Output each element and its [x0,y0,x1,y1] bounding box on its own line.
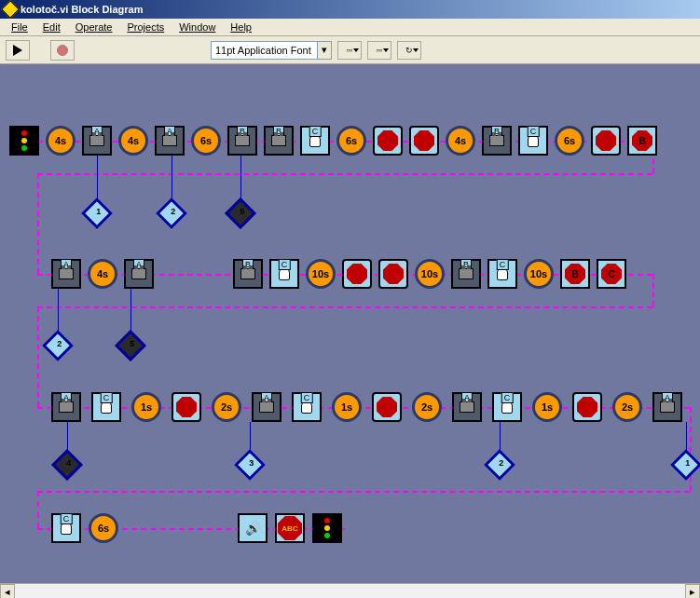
motor-node[interactable]: A [82,126,112,156]
timer-node[interactable]: 10s [524,259,554,289]
sensor-node[interactable]: C [300,126,330,156]
timer-node[interactable]: 2s [412,392,442,422]
timer-node[interactable]: 6s [336,126,366,156]
stop-node[interactable] [591,126,621,156]
constant-diamond[interactable]: 2 [484,449,515,481]
motor-node[interactable]: A [252,392,281,422]
app-icon [1,0,20,19]
abort-circle-icon [57,45,68,56]
distribute-tool[interactable]: ▫▫ [367,41,391,60]
constant-diamond[interactable]: 4 [51,449,83,481]
timer-node[interactable]: 2s [212,392,241,422]
constant-diamond[interactable]: 1 [670,449,700,481]
stop-labeled-node[interactable]: B [560,259,590,289]
reorder-tool[interactable]: ↻ [397,41,421,60]
menu-window[interactable]: Window [172,20,223,34]
constant-diamond[interactable]: 5 [225,197,256,229]
text-stop-node[interactable]: ABC [275,513,305,543]
sensor-node[interactable]: C [292,392,322,422]
run-button[interactable] [6,40,30,61]
menu-help[interactable]: Help [223,20,259,34]
timer-node[interactable]: 4s [46,126,75,156]
sensor-node[interactable]: C [518,126,548,156]
constant-diamond[interactable]: 2 [42,330,74,361]
traffic-light-node[interactable] [9,126,39,156]
chevron-down-icon [413,48,419,52]
constant-diamond[interactable]: 2 [156,197,187,229]
timer-node[interactable]: 4s [88,259,117,289]
stop-node[interactable] [372,392,402,422]
timer-node[interactable]: 6s [89,513,118,543]
chevron-down-icon: ▾ [317,42,331,59]
motor-node[interactable]: A [452,392,482,422]
constant-diamond[interactable]: 5 [115,330,146,361]
timer-node[interactable]: 10s [415,259,445,289]
stop-node[interactable] [409,126,439,156]
timer-node[interactable]: 10s [306,259,336,289]
sensor-node[interactable]: C [487,259,517,289]
menu-file[interactable]: File [4,20,35,34]
motor-node[interactable]: A [124,259,154,289]
scroll-track[interactable] [15,584,685,598]
stop-node[interactable] [378,259,408,289]
timer-node[interactable]: 1s [532,392,562,422]
font-label: 11pt Application Font [215,45,311,56]
motor-node[interactable]: A [652,392,682,422]
scroll-right-button[interactable]: ▸ [685,584,700,598]
motor-node[interactable]: B [227,126,257,156]
menu-operate[interactable]: Operate [68,20,120,34]
titlebar: kolotoč.vi Block Diagram [0,0,700,19]
sensor-node[interactable]: C [91,392,121,422]
stop-node[interactable] [342,259,372,289]
timer-node[interactable]: 2s [612,392,642,422]
stop-node[interactable] [373,126,403,156]
stop-labeled-node[interactable]: B [627,126,657,156]
motor-node[interactable]: A [51,259,81,289]
sensor-node[interactable]: C [51,513,81,543]
timer-node[interactable]: 6s [555,126,584,156]
motor-node[interactable]: B [264,126,294,156]
timer-node[interactable]: 1s [131,392,161,422]
abort-button[interactable] [50,40,75,61]
timer-node[interactable]: 4s [118,126,148,156]
timer-node[interactable]: 4s [446,126,475,156]
traffic-light-node[interactable] [312,513,342,543]
stop-node[interactable] [172,392,201,422]
horizontal-scrollbar[interactable]: ◂ ▸ [0,583,700,598]
block-diagram-canvas[interactable]: 4sA4sA6sBBC6s4sBC6sB125A4sABC10s10sBC10s… [0,64,700,583]
timer-node[interactable]: 6s [191,126,221,156]
timer-node[interactable]: 1s [332,392,362,422]
sensor-node[interactable]: C [492,392,522,422]
motor-node[interactable]: A [155,126,185,156]
menu-projects[interactable]: Projects [119,20,172,34]
stop-labeled-node[interactable]: C [597,259,626,289]
stop-node[interactable] [572,392,602,422]
motor-node[interactable]: B [233,259,263,289]
menu-edit[interactable]: Edit [35,20,68,34]
menubar: File Edit Operate Projects Window Help [0,19,700,36]
scroll-left-button[interactable]: ◂ [0,584,15,598]
chevron-down-icon [383,48,389,52]
font-selector[interactable]: 11pt Application Font ▾ [211,41,332,60]
chevron-down-icon [353,48,359,52]
motor-node[interactable]: B [451,259,481,289]
align-tool[interactable]: ▫▫ [337,41,362,60]
sound-node[interactable]: 🔊 [238,513,268,543]
constant-diamond[interactable]: 1 [81,197,113,229]
constant-diamond[interactable]: 3 [234,449,266,481]
motor-node[interactable]: B [482,126,512,156]
run-arrow-icon [13,45,22,56]
sensor-node[interactable]: C [269,259,299,289]
toolbar: 11pt Application Font ▾ ▫▫ ▫▫ ↻ [0,36,700,64]
motor-node[interactable]: A [51,392,81,422]
window-title: kolotoč.vi Block Diagram [21,4,143,15]
